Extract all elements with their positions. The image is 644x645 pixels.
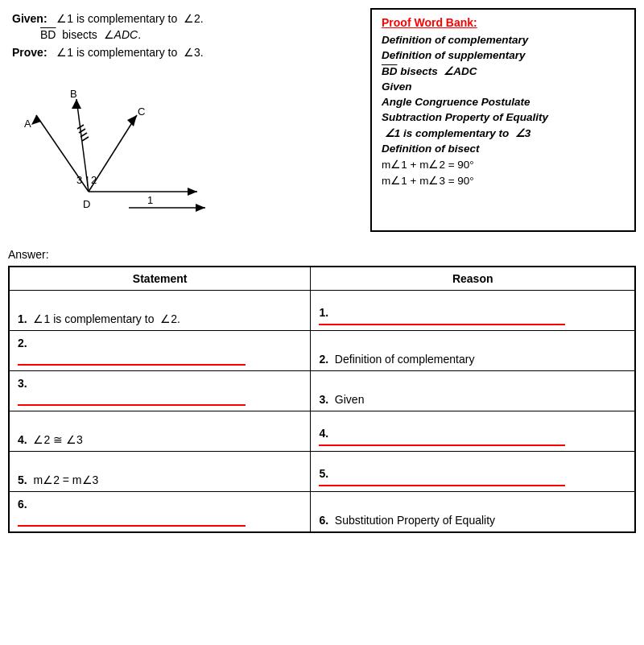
row5-statement: 5. m∠2 = m∠3 [9,452,311,492]
row5-reason: 5. [311,452,635,492]
wb-comp-to-3: ∠1 is complementary to ∠3 [382,126,625,139]
wb-angle-cong: Angle Congruence Postulate [382,96,625,108]
row3-statement-line [18,404,246,406]
row6-reason: 6. Substitution Property of Equality [311,492,635,532]
row1-reason: 1. [311,291,635,331]
svg-text:D: D [83,198,90,210]
row4-reason: 4. [311,411,635,452]
svg-text:|: | [86,174,89,186]
table-row: 2. 2. Definition of complementary [9,331,635,371]
given-line1: Given: ∠1 is complementary to ∠2. [12,12,358,25]
prove-line: Prove: ∠1 is complementary to ∠3. [12,46,358,59]
bd-overline: BD [40,28,56,41]
given-prove: Given: ∠1 is complementary to ∠2. BD bis… [12,12,358,59]
svg-text:C: C [138,105,145,118]
given-label: Given: [12,12,47,25]
row4-reason-line [319,444,564,446]
wb-def-bisect: Definition of bisect [382,143,625,155]
svg-marker-7 [127,115,137,126]
svg-text:2: 2 [91,174,97,186]
svg-marker-12 [196,204,205,212]
table-row: 6. 6. Substitution Property of Equality [9,492,635,532]
given-line2: BD bisects ∠ADC. [12,28,358,41]
svg-marker-4 [72,99,81,109]
row5-reason-line [319,485,564,486]
svg-line-21 [82,137,89,141]
wb-def-comp: Definition of complementary [382,34,625,46]
wb-sub-prop: Subtraction Property of Equality [382,111,625,123]
wb-bd-bisects: BD bisects ∠ADC [382,64,625,77]
answer-label: Answer: [8,248,636,261]
word-bank-panel: Proof Word Bank: Definition of complemen… [370,8,636,232]
diagram-svg: A B C [12,67,237,228]
proof-table: Statement Reason 1. ∠1 is complementary … [8,266,636,533]
diagram-area: A B C [12,67,358,228]
row3-reason: 3. Given [311,371,635,411]
row2-statement-line [18,364,246,366]
svg-text:B: B [70,88,77,100]
prove-label: Prove: [12,46,47,59]
row2-reason: 2. Definition of complementary [311,331,635,371]
svg-text:3: 3 [76,174,82,186]
table-row: 5. m∠2 = m∠3 5. [9,452,635,492]
row6-statement-line [18,525,246,527]
wb-given: Given [382,81,625,93]
left-panel: Given: ∠1 is complementary to ∠2. BD bis… [8,8,362,232]
word-bank-title: Proof Word Bank: [382,16,625,29]
row2-statement: 2. [9,331,311,371]
svg-text:A: A [24,118,31,130]
svg-marker-1 [31,115,41,125]
wb-eq1: m∠1 + m∠2 = 90° [382,158,625,171]
svg-text:1: 1 [147,194,153,206]
row3-statement: 3. [9,371,311,411]
answer-section: Answer: Statement Reason 1. ∠1 is comple… [8,248,636,533]
table-row: 3. 3. Given [9,371,635,411]
wb-bd-overline: BD [382,65,398,77]
table-row: 1. ∠1 is complementary to ∠2. 1. [9,291,635,331]
header-statement: Statement [9,267,311,291]
row4-statement: 4. ∠2 ≅ ∠3 [9,411,311,452]
wb-def-supp: Definition of supplementary [382,49,625,61]
row1-statement: 1. ∠1 is complementary to ∠2. [9,291,311,331]
svg-marker-10 [188,188,197,196]
table-row: 4. ∠2 ≅ ∠3 4. [9,411,635,452]
header-reason: Reason [311,267,635,291]
row1-reason-line [319,324,564,325]
row6-statement: 6. [9,492,311,532]
wb-eq2: m∠1 + m∠3 = 90° [382,174,625,187]
